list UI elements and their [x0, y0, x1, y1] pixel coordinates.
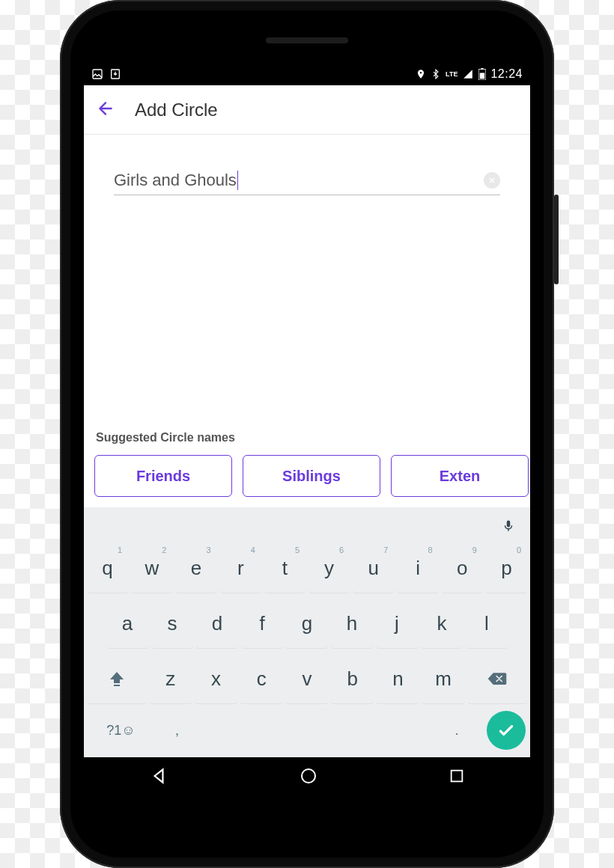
network-lte-label: LTE [446, 71, 458, 78]
close-icon [487, 176, 496, 185]
svg-rect-4 [480, 73, 484, 79]
circle-name-input-value: Girls and Ghouls [114, 171, 237, 190]
suggestion-chip-friends[interactable]: Friends [94, 455, 232, 497]
key-x[interactable]: x [195, 654, 237, 703]
key-s[interactable]: s [151, 599, 193, 648]
key-t[interactable]: t5 [264, 543, 306, 593]
key-b[interactable]: b [331, 654, 374, 703]
nav-home-button[interactable] [300, 767, 317, 788]
key-hint: 6 [339, 545, 344, 554]
key-d[interactable]: d [196, 599, 238, 648]
key-r[interactable]: r4 [220, 543, 261, 593]
screen: LTE 12:24 Add Circle Girls and Ghouls [84, 63, 530, 798]
phone-speaker [266, 37, 348, 43]
status-bar: LTE 12:24 [84, 63, 530, 85]
content-area: Girls and Ghouls [84, 135, 530, 195]
key-z[interactable]: z [149, 654, 192, 703]
signal-icon [462, 69, 474, 79]
keyboard-row-3: zxcvbnm [84, 651, 530, 706]
key-v[interactable]: v [286, 654, 329, 703]
nav-back-icon [149, 766, 168, 786]
nav-recent-button[interactable] [449, 768, 465, 787]
key-c[interactable]: c [240, 654, 283, 703]
symbols-key[interactable]: ?1☺ [88, 711, 154, 750]
phone-side-button [554, 195, 559, 284]
key-hint: 1 [118, 545, 122, 554]
arrow-left-icon [96, 99, 115, 118]
key-hint: 8 [428, 545, 433, 554]
suggestion-chip-siblings[interactable]: Siblings [243, 455, 380, 497]
key-o[interactable]: o9 [442, 543, 483, 593]
backspace-key[interactable] [468, 654, 527, 703]
nav-bar [84, 757, 530, 798]
period-key[interactable]: . [436, 711, 478, 750]
key-e[interactable]: e3 [175, 543, 216, 593]
clear-input-button[interactable] [484, 172, 500, 189]
key-hint: 2 [162, 545, 166, 554]
battery-icon [478, 68, 486, 80]
nav-back-button[interactable] [149, 766, 168, 789]
key-hint: 7 [383, 545, 388, 554]
key-hint: 3 [206, 545, 210, 554]
key-hint: 9 [472, 545, 477, 554]
key-a[interactable]: a [106, 599, 148, 648]
key-hint: 4 [251, 545, 255, 554]
key-k[interactable]: k [421, 599, 463, 648]
space-key[interactable] [201, 711, 433, 750]
key-f[interactable]: f [241, 599, 283, 648]
svg-rect-7 [451, 771, 462, 782]
check-icon [496, 721, 516, 740]
phone-frame: LTE 12:24 Add Circle Girls and Ghouls [60, 0, 554, 868]
nav-home-icon [300, 767, 317, 785]
app-bar: Add Circle [84, 85, 530, 135]
key-i[interactable]: i8 [397, 543, 438, 593]
key-hint: 0 [517, 545, 521, 554]
circle-name-field[interactable]: Girls and Ghouls [114, 171, 500, 195]
text-cursor [237, 171, 238, 190]
svg-point-6 [302, 769, 315, 783]
shift-key[interactable] [87, 654, 146, 703]
key-m[interactable]: m [422, 654, 465, 703]
keyboard: q1w2e3r4t5y6u7i8o9p0 asdfghjkl zxcvbnm ?… [84, 507, 530, 757]
key-u[interactable]: u7 [353, 543, 394, 593]
comma-key[interactable]: , [156, 711, 198, 750]
image-icon [91, 68, 103, 80]
svg-rect-5 [114, 685, 120, 686]
key-q[interactable]: q1 [87, 543, 128, 593]
back-button[interactable] [96, 99, 115, 121]
keyboard-row-4: ?1☺ , . [84, 706, 530, 757]
key-p[interactable]: p0 [486, 543, 527, 593]
key-g[interactable]: g [286, 599, 328, 648]
suggestions-row: Friends Siblings Exten [84, 455, 530, 507]
backspace-icon [487, 670, 508, 687]
key-hint: 5 [295, 545, 300, 554]
key-n[interactable]: n [377, 654, 419, 703]
bluetooth-icon [431, 68, 441, 80]
key-w[interactable]: w2 [131, 543, 172, 593]
page-title: Add Circle [135, 100, 218, 120]
status-time: 12:24 [490, 67, 523, 81]
keyboard-row-1: q1w2e3r4t5y6u7i8o9p0 [84, 540, 530, 596]
suggestions-label: Suggested Circle names [84, 431, 530, 455]
enter-key[interactable] [487, 711, 526, 750]
spacer [84, 195, 530, 431]
key-y[interactable]: y6 [308, 543, 350, 593]
keyboard-row-2: asdfghjkl [84, 596, 530, 651]
suggestion-chip-extended[interactable]: Exten [391, 455, 529, 497]
mic-icon[interactable] [502, 518, 515, 534]
key-j[interactable]: j [376, 599, 418, 648]
nav-recent-icon [449, 768, 465, 784]
svg-rect-3 [481, 68, 484, 70]
location-icon [416, 69, 426, 79]
key-l[interactable]: l [466, 599, 508, 648]
svg-rect-0 [93, 70, 102, 79]
key-h[interactable]: h [331, 599, 373, 648]
shift-icon [108, 670, 126, 688]
download-icon [109, 68, 121, 80]
